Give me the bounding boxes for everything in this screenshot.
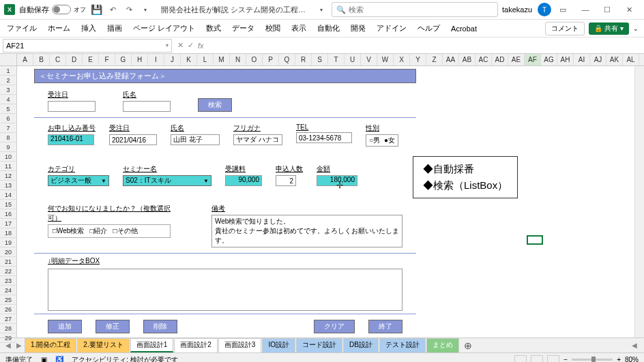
seminar-dropdown[interactable]: S02：ITスキル▼ (123, 175, 211, 186)
col-header-F[interactable]: F (99, 54, 115, 65)
col-header-O[interactable]: O (246, 54, 263, 65)
clear-button[interactable]: クリア (314, 320, 355, 333)
row-header-2[interactable]: 2 (0, 76, 16, 85)
col-header-AG[interactable]: AG (541, 54, 557, 65)
gender-radio-group[interactable]: ○男●女 (366, 134, 398, 147)
col-header-N[interactable]: N (230, 54, 246, 65)
col-header-K[interactable]: K (181, 54, 197, 65)
zoom-level[interactable]: 80% (625, 356, 639, 362)
row-header-20[interactable]: 20 (0, 247, 16, 257)
row-header-7[interactable]: 7 (0, 123, 16, 133)
row-header-25[interactable]: 25 (0, 295, 16, 305)
know-option[interactable]: □その他 (113, 226, 137, 236)
know-checklist[interactable]: □Web検索□紹介□その他 (48, 224, 171, 238)
row-header-13[interactable]: 13 (0, 181, 16, 190)
col-header-I[interactable]: I (148, 54, 164, 65)
ribbon-tab-アドイン[interactable]: アドイン (375, 22, 408, 35)
col-header-AC[interactable]: AC (475, 54, 492, 65)
col-header-AB[interactable]: AB (459, 54, 475, 65)
know-option[interactable]: □Web検索 (53, 226, 84, 236)
row-header-23[interactable]: 23 (0, 276, 16, 286)
toggle-pill-icon[interactable] (52, 5, 71, 14)
ribbon-tab-ホーム[interactable]: ホーム (46, 22, 72, 35)
appno-value[interactable]: 210416-01 (48, 134, 94, 145)
row-header-9[interactable]: 9 (0, 142, 16, 152)
kana-input[interactable] (233, 134, 282, 145)
ribbon-tab-描画[interactable]: 描画 (106, 22, 123, 35)
sheet-tab-画面設計1[interactable]: 画面設計1 (130, 338, 174, 352)
chevron-down-icon[interactable]: ▾ (166, 42, 169, 48)
row-header-4[interactable]: 4 (0, 95, 16, 104)
row-header-6[interactable]: 6 (0, 114, 16, 123)
col-header-AD[interactable]: AD (492, 54, 508, 65)
row-header-15[interactable]: 15 (0, 200, 16, 209)
sheet-tab-まとめ[interactable]: まとめ (426, 338, 459, 352)
ribbon-tab-数式[interactable]: 数式 (205, 22, 222, 35)
page-layout-button[interactable] (531, 355, 543, 363)
orderdate-input[interactable] (109, 134, 157, 145)
col-header-T[interactable]: T (328, 54, 345, 65)
sheet-tab-コード設計[interactable]: コード設計 (296, 338, 342, 352)
ribbon-mode-icon[interactable]: ▭ (557, 3, 569, 16)
col-header-A[interactable]: A (17, 54, 33, 65)
ribbon-tab-ページ レイアウト[interactable]: ページ レイアウト (132, 22, 196, 35)
search-button[interactable]: 検索 (198, 98, 232, 112)
col-header-AH[interactable]: AH (557, 54, 574, 65)
col-header-G[interactable]: G (115, 54, 132, 65)
name-input[interactable] (171, 134, 220, 145)
row-header-26[interactable]: 26 (0, 305, 16, 314)
sheet-tab-IO設計[interactable]: IO設計 (262, 338, 295, 352)
macro-rec-icon[interactable]: ▣ (41, 356, 47, 362)
row-header-17[interactable]: 17 (0, 219, 16, 228)
minimize-button[interactable]: — (574, 0, 596, 19)
ribbon-tab-校閲[interactable]: 校閲 (264, 22, 282, 35)
col-header-H[interactable]: H (132, 54, 148, 65)
memo-textarea[interactable]: Web検索で知りました。貴社のセミナー参加は初めてです。よろしくお願いいたします… (211, 215, 402, 247)
sheet-tab-2.要望リスト[interactable]: 2.要望リスト (77, 338, 129, 352)
col-header-AI[interactable]: AI (574, 54, 590, 65)
page-break-button[interactable] (547, 355, 559, 363)
sheet-tab-caret-icon[interactable]: ◀ (628, 342, 641, 349)
ribbon-tab-ファイル[interactable]: ファイル (5, 22, 38, 35)
col-header-S[interactable]: S (312, 54, 328, 65)
row-header-18[interactable]: 18 (0, 228, 16, 238)
col-header-AJ[interactable]: AJ (590, 54, 606, 65)
count-input[interactable] (276, 175, 296, 186)
search-date-input[interactable] (48, 101, 96, 112)
ribbon-tab-Acrobat[interactable]: Acrobat (450, 23, 478, 34)
add-button[interactable]: 追加 (48, 320, 82, 333)
sheet-nav-prev[interactable]: ◀ (3, 342, 14, 349)
accept-formula-icon[interactable]: ✓ (188, 41, 194, 50)
col-header-X[interactable]: X (394, 54, 410, 65)
zoom-out-button[interactable]: − (564, 356, 568, 362)
row-header-16[interactable]: 16 (0, 209, 16, 219)
row-header-14[interactable]: 14 (0, 190, 16, 200)
sheet-area[interactable]: ＜セミナーお申し込み登録フォーム＞ 受注日 氏名 検索 お申し込み番号21041… (17, 66, 644, 337)
sheet-nav-next[interactable]: ▶ (14, 342, 25, 349)
qat-dropdown-icon[interactable]: ▾ (139, 3, 151, 16)
know-option[interactable]: □紹介 (89, 226, 107, 236)
sheet-tab-テスト設計[interactable]: テスト設計 (379, 338, 426, 352)
col-header-C[interactable]: C (50, 54, 66, 65)
tel-input[interactable] (296, 132, 352, 143)
category-dropdown[interactable]: ビジネス一般▼ (48, 175, 109, 186)
col-header-R[interactable]: R (295, 54, 312, 65)
redo-icon[interactable]: ↷ (123, 3, 135, 16)
fee-value[interactable]: 90,000 (225, 175, 262, 186)
row-header-11[interactable]: 11 (0, 162, 16, 171)
col-header-AL[interactable]: AL (623, 54, 639, 65)
ribbon-collapse-icon[interactable]: ⌄ (633, 25, 639, 32)
col-header-M[interactable]: M (214, 54, 230, 65)
col-header-V[interactable]: V (361, 54, 377, 65)
row-header-27[interactable]: 27 (0, 314, 16, 324)
col-header-Z[interactable]: Z (426, 54, 443, 65)
close-button[interactable]: ✕ (618, 0, 640, 19)
row-header-19[interactable]: 19 (0, 238, 16, 247)
row-header-24[interactable]: 24 (0, 286, 16, 295)
ribbon-tab-表示[interactable]: 表示 (290, 22, 308, 35)
ribbon-tab-ヘルプ[interactable]: ヘルプ (416, 22, 441, 35)
ribbon-tab-挿入[interactable]: 挿入 (80, 22, 98, 35)
title-dropdown-icon[interactable]: ▾ (315, 3, 327, 16)
row-header-10[interactable]: 10 (0, 152, 16, 162)
zoom-in-button[interactable]: + (617, 356, 621, 362)
